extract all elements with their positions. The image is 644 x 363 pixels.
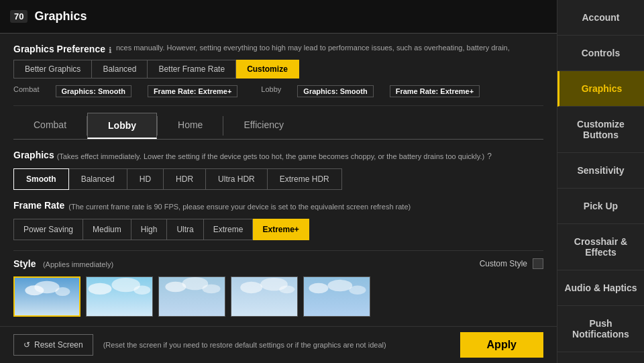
svg-point-18 (327, 280, 352, 291)
framerate-btn-extreme-plus[interactable]: Extreme+ (253, 219, 309, 240)
graphics-quality-section: Graphics (Takes effect immediately. Lowe… (13, 150, 543, 190)
quality-btn-hdr[interactable]: HDR (164, 168, 206, 190)
style-label-container: Style (Applies immediately) (13, 258, 113, 270)
framerate-buttons-group: Power Saving Medium High Ultra Extreme E… (13, 219, 543, 240)
framerate-btn-power-saving[interactable]: Power Saving (13, 219, 83, 240)
frame-rate-label: Frame Rate (13, 200, 64, 211)
style-thumb-3[interactable] (158, 276, 225, 317)
style-thumbnails (13, 276, 543, 317)
graphics-info-icon: ? (487, 152, 492, 161)
framerate-btn-high[interactable]: High (131, 219, 168, 240)
quality-btn-smooth[interactable]: Smooth (13, 168, 69, 190)
apply-button[interactable]: Apply (460, 332, 543, 358)
sidebar-item-sensitivity[interactable]: Sensitivity (557, 153, 644, 189)
reset-screen-button[interactable]: ↺ Reset Screen (13, 334, 93, 356)
sidebar-item-account[interactable]: Account (557, 0, 644, 36)
pref-btn-customize[interactable]: Customize (236, 60, 299, 79)
graphics-quality-label: Graphics (13, 150, 54, 160)
divider-1 (13, 105, 543, 106)
quality-btn-extreme-hdr[interactable]: Extreme HDR (268, 168, 342, 190)
svg-point-15 (279, 286, 294, 294)
pref-btn-better-graphics[interactable]: Better Graphics (13, 60, 92, 79)
framerate-btn-extreme[interactable]: Extreme (204, 219, 254, 240)
fps-badge: 70 (10, 10, 28, 23)
sidebar: Account Controls Graphics Customize Butt… (557, 0, 644, 363)
lobby-graphics-value: Graphics: Smooth (297, 85, 373, 97)
framerate-btn-ultra[interactable]: Ultra (167, 219, 203, 240)
tab-lobby[interactable]: Lobby (87, 113, 157, 139)
combat-label: Combat (13, 85, 40, 97)
divider-2 (13, 250, 543, 251)
svg-point-19 (349, 286, 366, 295)
custom-style-label: Custom Style (480, 259, 527, 268)
sidebar-item-pick-up[interactable]: Pick Up (557, 189, 644, 224)
frame-rate-section: Frame Rate (The current frame rate is 90… (13, 200, 543, 240)
style-thumb-2[interactable] (86, 276, 153, 317)
svg-point-13 (240, 282, 262, 293)
main-header: 70 Graphics (0, 0, 557, 34)
tab-efficiency[interactable]: Efficiency (223, 113, 304, 139)
reset-desc: (Reset the screen if you need to restore… (103, 341, 450, 349)
combat-graphics-value: Graphics: Smooth (56, 85, 131, 97)
style-desc: (Applies immediately) (43, 260, 113, 268)
framerate-btn-medium[interactable]: Medium (83, 219, 131, 240)
svg-point-7 (133, 286, 150, 295)
sidebar-item-graphics[interactable]: Graphics (557, 71, 644, 107)
graphics-preference-label: Graphics Preference (13, 44, 105, 54)
svg-point-5 (89, 283, 112, 295)
frame-rate-desc: (The current frame rate is 90 FPS, pleas… (68, 203, 411, 211)
style-section: Style (Applies immediately) Custom Style (13, 258, 543, 317)
combat-frame-value: Frame Rate: Extreme+ (148, 85, 237, 97)
quality-btn-hd[interactable]: HD (127, 168, 164, 190)
tab-combat[interactable]: Combat (13, 113, 87, 139)
svg-point-11 (202, 284, 220, 294)
pref-desc: nces manually. However, setting everythi… (116, 44, 510, 52)
page-title: Graphics (34, 9, 87, 23)
style-thumb-1[interactable] (13, 276, 80, 317)
custom-style-checkbox[interactable] (533, 258, 543, 269)
style-header: Style (Applies immediately) Custom Style (13, 258, 543, 270)
svg-point-17 (309, 283, 328, 293)
pref-info-icon: ℹ (109, 46, 112, 55)
sidebar-item-crosshair[interactable]: Crosshair & Effects (557, 224, 644, 270)
graphics-preference-section: Graphics Preference ℹ nces manually. How… (13, 44, 543, 97)
reset-icon: ↺ (23, 340, 30, 350)
quality-btn-balanced[interactable]: Balanced (69, 168, 127, 190)
pref-btn-balanced[interactable]: Balanced (92, 60, 148, 79)
graphics-quality-desc: (Takes effect immediately. Lower the set… (57, 152, 485, 160)
lobby-frame-value: Frame Rate: Extreme+ (390, 85, 480, 97)
custom-style-container: Custom Style (480, 258, 543, 269)
lobby-label: Lobby (261, 85, 281, 97)
tabs-container: Combat Lobby Home Efficiency (13, 113, 543, 140)
preset-info: Combat Graphics: Smooth Frame Rate: Extr… (13, 85, 543, 97)
style-label: Style (13, 258, 36, 269)
style-thumb-5[interactable] (303, 276, 370, 317)
sidebar-item-customize-buttons[interactable]: Customize Buttons (557, 107, 644, 153)
sidebar-item-controls[interactable]: Controls (557, 36, 644, 71)
sidebar-item-audio[interactable]: Audio & Haptics (557, 270, 644, 306)
style-thumb-4[interactable] (231, 276, 298, 317)
main-content: Graphics Preference ℹ nces manually. How… (0, 34, 557, 363)
pref-buttons-group: Better Graphics Balanced Better Frame Ra… (13, 60, 543, 79)
quality-btn-ultra-hdr[interactable]: Ultra HDR (206, 168, 268, 190)
reset-label: Reset Screen (34, 340, 83, 350)
sidebar-item-push-notif[interactable]: Push Notifications (557, 306, 644, 352)
bottom-bar: ↺ Reset Screen (Reset the screen if you … (0, 326, 557, 363)
tab-home[interactable]: Home (158, 113, 223, 139)
svg-point-3 (55, 287, 70, 296)
quality-buttons-group: Smooth Balanced HD HDR Ultra HDR Extreme… (13, 168, 543, 190)
pref-btn-better-frame[interactable]: Better Frame Rate (148, 60, 236, 79)
